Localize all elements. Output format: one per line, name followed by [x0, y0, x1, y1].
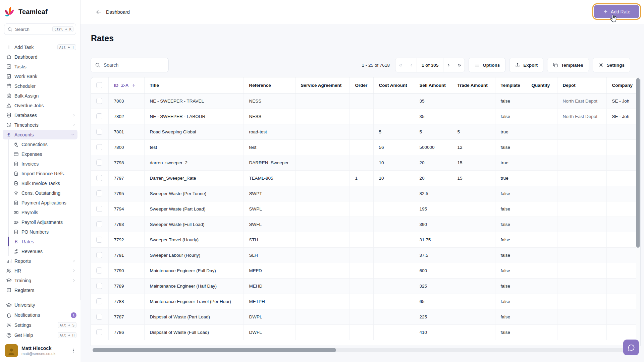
table-row-7803[interactable]: 7803NE - SWEEPER - TRAVELNESS35falseNort… [91, 93, 641, 109]
table-row-7786[interactable]: 7786Disposal of Waste (Full Load)DWFL410… [91, 324, 641, 340]
table-row-7794[interactable]: 7794Sweeper Waste (Part Load)SWPL195fals… [91, 201, 641, 217]
sidebar-item-databases[interactable]: Databases [0, 110, 80, 120]
settings-button[interactable]: Settings [593, 58, 630, 72]
sidebar-item-reports[interactable]: Reports [0, 256, 80, 266]
sidebar-item-rates[interactable]: £Rates [0, 237, 80, 246]
table-row-7802[interactable]: 7802NE - SWEEPER - LABOURNESS35falseNort… [91, 109, 641, 124]
sidebar-item-invoices[interactable]: Invoices [0, 159, 80, 169]
column-header-title[interactable]: Title [144, 77, 244, 93]
table-row-7788[interactable]: 7788Maintenance Engineer Travel (Per Hou… [91, 294, 641, 309]
row-checkbox[interactable] [96, 237, 102, 243]
sidebar-item-accounts[interactable]: £Accounts [3, 130, 77, 139]
cell-service-agreement [295, 139, 350, 155]
last-page-button[interactable] [454, 58, 465, 72]
export-button[interactable]: Export [509, 58, 543, 72]
sidebar-item-training[interactable]: Training [0, 276, 80, 285]
breadcrumb-back[interactable]: Dashboard [96, 9, 130, 15]
column-header-reference[interactable]: Reference [244, 77, 295, 93]
sidebar-item-clipped[interactable] [0, 295, 80, 298]
sidebar-item-payment-applications[interactable]: Payment Applications [0, 198, 80, 207]
column-header-service-agreement[interactable]: Service Agreement [295, 77, 350, 93]
kebab-menu-icon[interactable] [70, 348, 76, 354]
table-search-input[interactable]: Search [91, 58, 169, 72]
cell-order [350, 201, 373, 217]
table-row-7790[interactable]: 7790Maintenance Engineer (Full Day)MEFD6… [91, 263, 641, 278]
table-row-7801[interactable]: 7801Road Sweeping Globalroad-test555true [91, 124, 641, 139]
prev-page-button[interactable] [406, 58, 417, 72]
sidebar-item-payroll-adjustments[interactable]: Payroll Adjustments [0, 217, 80, 227]
row-checkbox[interactable] [96, 98, 102, 104]
sidebar-item-payrolls[interactable]: Payrolls [0, 207, 80, 217]
options-button[interactable]: Options [469, 58, 505, 72]
vertical-scrollbar[interactable] [636, 78, 640, 346]
sidebar-item-cons-outstanding[interactable]: Cons. Outstanding [0, 188, 80, 198]
table-row-7792[interactable]: 7792Sweeper Travel (Hourly)STH31.75false [91, 232, 641, 247]
column-label: ID [114, 83, 119, 88]
table-row-7791[interactable]: 7791Sweeper Labour (Hourly)SLH37.5false [91, 247, 641, 263]
templates-button[interactable]: Templates [547, 58, 589, 72]
sidebar-item-settings[interactable]: SettingsAlt + S [0, 320, 80, 330]
column-header-quantity[interactable]: Quantity [526, 77, 557, 93]
column-header-cost-amount[interactable]: Cost Amount [373, 77, 414, 93]
sidebar-item-revenues[interactable]: Revenues [0, 246, 80, 256]
sidebar-search-input[interactable]: Search Ctrl + K [4, 23, 76, 35]
sidebar-item-notifications[interactable]: Notifications1 [0, 310, 80, 320]
sidebar-item-dashboard[interactable]: Dashboard [0, 52, 80, 62]
cell-company [606, 324, 641, 340]
horizontal-scrollbar-thumb[interactable] [93, 348, 336, 352]
horizontal-scrollbar[interactable] [93, 348, 635, 352]
column-header-template[interactable]: Template [495, 77, 526, 93]
sidebar-item-get-help[interactable]: Get HelpAlt + H [0, 330, 80, 340]
table-row-7795[interactable]: 7795Sweeper Waste (Per Tonne)SWPT82.5fal… [91, 186, 641, 201]
table-row-7798[interactable]: 7798darren_sweeper_2DARREN_Sweeper102015… [91, 155, 641, 170]
user-profile[interactable]: Matt Hiscock matt@senses.co.uk [0, 342, 80, 361]
row-checkbox[interactable] [96, 175, 102, 181]
table-row-7797[interactable]: 7797Darren_Sweeper_RateTEAML-8051102015t… [91, 170, 641, 186]
chat-button[interactable] [623, 340, 639, 355]
first-page-button[interactable] [395, 58, 406, 72]
row-checkbox[interactable] [96, 190, 102, 196]
row-checkbox[interactable] [96, 267, 102, 274]
row-checkbox[interactable] [96, 113, 102, 119]
row-checkbox[interactable] [96, 283, 102, 289]
row-checkbox[interactable] [96, 252, 102, 258]
row-checkbox[interactable] [96, 129, 102, 135]
vertical-scrollbar-thumb[interactable] [636, 78, 640, 248]
sidebar-item-bulk-invoice-tasks[interactable]: Bulk Invoice Tasks [0, 178, 80, 188]
select-all-checkbox[interactable] [96, 82, 102, 88]
row-checkbox[interactable] [96, 314, 102, 320]
sidebar-item-scheduler[interactable]: Scheduler [0, 81, 80, 91]
sidebar-item-registers[interactable]: Registers [0, 285, 80, 295]
next-page-button[interactable] [443, 58, 454, 72]
column-header-sell-amount[interactable]: Sell Amount [414, 77, 452, 93]
sidebar-item-work-bank[interactable]: Work Bank [0, 71, 80, 81]
row-checkbox[interactable] [96, 160, 102, 166]
sidebar-item-expenses[interactable]: Expenses [0, 149, 80, 159]
sidebar-item-university[interactable]: University [0, 300, 80, 310]
column-header-trade-amount[interactable]: Trade Amount [452, 77, 495, 93]
sidebar-item-import-finance-refs[interactable]: Import Finance Refs. [0, 169, 80, 178]
column-header-order[interactable]: Order [350, 77, 373, 93]
column-header-id[interactable]: IDZ-A [108, 77, 144, 93]
column-label: Cost Amount [379, 83, 407, 88]
sidebar-item-tasks[interactable]: Tasks [0, 62, 80, 71]
sidebar-item-po-numbers[interactable]: 01PO Numbers [0, 227, 80, 237]
sidebar-item-connections[interactable]: Connections [0, 139, 80, 149]
table-row-7789[interactable]: 7789Maintenance Engineer (Half Day)MEHD3… [91, 278, 641, 294]
row-checkbox[interactable] [96, 221, 102, 227]
sidebar-item-hr[interactable]: HR [0, 266, 80, 276]
row-checkbox[interactable] [96, 206, 102, 212]
column-header-depot[interactable]: Depot [557, 77, 606, 93]
column-header-company[interactable]: Company [606, 77, 641, 93]
table-row-7787[interactable]: 7787Disposal of Waste (Part Load)DWPL225… [91, 309, 641, 324]
row-checkbox[interactable] [96, 144, 102, 150]
cell-trade-amount [452, 217, 495, 232]
sidebar-item-timesheets[interactable]: Timesheets [0, 120, 80, 130]
row-checkbox[interactable] [96, 329, 102, 335]
table-row-7793[interactable]: 7793Sweeper Waste (Full Load)SWFL390fals… [91, 217, 641, 232]
sidebar-item-overdue-jobs[interactable]: Overdue Jobs [0, 101, 80, 110]
sidebar-item-add-task[interactable]: Add TaskAlt + T [0, 42, 80, 52]
sidebar-item-bulk-assign[interactable]: Bulk Assign [0, 91, 80, 101]
row-checkbox[interactable] [96, 298, 102, 304]
table-row-7800[interactable]: 7800testtest5650000012false [91, 139, 641, 155]
